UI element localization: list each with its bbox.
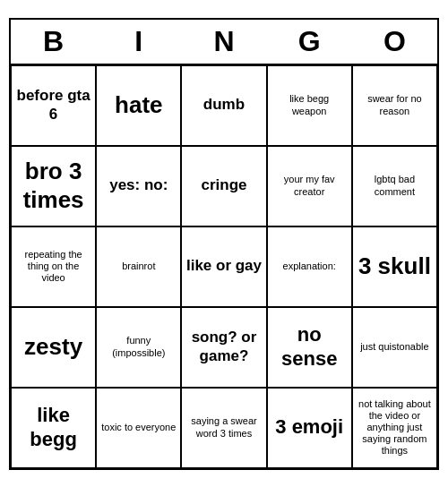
bingo-cell-11: brainrot bbox=[96, 226, 181, 307]
bingo-cell-3: like begg weapon bbox=[267, 65, 352, 146]
bingo-cell-23: 3 emoji bbox=[267, 388, 352, 468]
bingo-cell-1: hate bbox=[96, 65, 181, 146]
header-o: O bbox=[352, 25, 437, 58]
bingo-cell-22: saying a swear word 3 times bbox=[181, 388, 266, 468]
header-n: N bbox=[181, 25, 266, 58]
bingo-cell-18: no sense bbox=[267, 307, 352, 388]
bingo-cell-5: bro 3 times bbox=[11, 146, 96, 226]
bingo-cell-8: your my fav creator bbox=[267, 146, 352, 226]
bingo-header: B I N G O bbox=[11, 20, 437, 65]
bingo-cell-10: repeating the thing on the video bbox=[11, 226, 96, 307]
bingo-cell-20: like begg bbox=[11, 388, 96, 468]
bingo-cell-0: before gta 6 bbox=[11, 65, 96, 146]
bingo-cell-2: dumb bbox=[181, 65, 266, 146]
header-g: G bbox=[267, 25, 352, 58]
header-b: B bbox=[11, 25, 96, 58]
bingo-cell-15: zesty bbox=[11, 307, 96, 388]
bingo-cell-19: just quistonable bbox=[352, 307, 437, 388]
bingo-card: B I N G O before gta 6hatedumblike begg … bbox=[9, 18, 439, 470]
bingo-cell-12: like or gay bbox=[181, 226, 266, 307]
bingo-cell-6: yes: no: bbox=[96, 146, 181, 226]
bingo-cell-4: swear for no reason bbox=[352, 65, 437, 146]
bingo-cell-16: funny (impossible) bbox=[96, 307, 181, 388]
bingo-cell-17: song? or game? bbox=[181, 307, 266, 388]
header-i: I bbox=[96, 25, 181, 58]
bingo-cell-21: toxic to everyone bbox=[96, 388, 181, 468]
bingo-cell-9: lgbtq bad comment bbox=[352, 146, 437, 226]
bingo-cell-14: 3 skull bbox=[352, 226, 437, 307]
bingo-cell-7: cringe bbox=[181, 146, 266, 226]
bingo-cell-24: not talking about the video or anything … bbox=[352, 388, 437, 468]
bingo-cell-13: explanation: bbox=[267, 226, 352, 307]
bingo-grid: before gta 6hatedumblike begg weaponswea… bbox=[11, 65, 437, 468]
